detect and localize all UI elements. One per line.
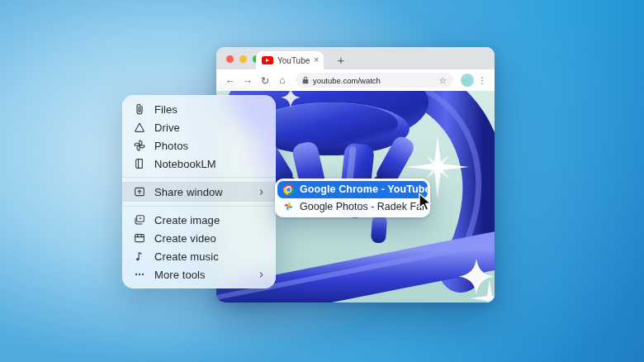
new-tab-button[interactable]: + <box>332 50 350 69</box>
create-music-icon <box>132 250 146 264</box>
browser-tab[interactable]: YouTube × <box>256 51 324 69</box>
reload-button[interactable]: ↻ <box>258 73 272 88</box>
menu-item-label: Photos <box>154 140 266 152</box>
notebooklm-icon <box>132 157 146 171</box>
menu-item-create-video[interactable]: Create video <box>122 229 276 247</box>
menu-item-label: NotebookLM <box>154 158 266 170</box>
close-window-button[interactable] <box>226 55 234 63</box>
chevron-right-icon <box>256 187 266 197</box>
bookmark-star-icon[interactable]: ☆ <box>439 75 447 85</box>
window-controls <box>226 55 260 63</box>
drive-icon <box>132 121 146 135</box>
menu-item-photos[interactable]: Photos <box>122 136 276 155</box>
share-window-icon <box>132 185 146 199</box>
google-photos-icon <box>283 201 294 212</box>
submenu-item-chrome[interactable]: Google Chrome - YouTube <box>277 181 428 198</box>
menu-item-share-window[interactable]: Share window <box>122 182 276 202</box>
menu-item-label: Create music <box>154 250 266 263</box>
menu-item-drive[interactable]: Drive <box>122 118 276 136</box>
menu-item-label: More tools <box>154 269 248 281</box>
submenu-item-photos[interactable]: Google Photos - Radek Far... <box>277 198 428 216</box>
photos-icon <box>132 139 146 153</box>
tab-strip: YouTube × + <box>216 47 495 69</box>
address-bar[interactable]: youtube.com/watch ☆ <box>296 73 453 88</box>
menu-item-notebooklm[interactable]: NotebookLM <box>122 155 276 173</box>
lock-icon <box>302 76 309 84</box>
submenu-item-label: Google Photos - Radek Far... <box>300 201 428 212</box>
paperclip-icon <box>132 102 146 117</box>
submenu-item-label: Google Chrome - YouTube <box>300 183 428 195</box>
menu-item-create-image[interactable]: Create image <box>122 211 276 229</box>
menu-separator <box>122 206 276 207</box>
menu-item-label: Files <box>154 103 266 116</box>
menu-item-files[interactable]: Files <box>122 100 276 118</box>
menu-item-create-music[interactable]: Create music <box>122 247 276 265</box>
browser-toolbar: ← → ↻ ⌂ youtube.com/watch ☆ ⋮ <box>216 69 495 91</box>
menu-item-label: Share window <box>154 186 248 198</box>
create-image-icon <box>132 213 146 227</box>
context-menu: Files Drive Photos NotebookLM Shar <box>122 95 276 288</box>
create-video-icon <box>132 231 146 245</box>
chevron-right-icon <box>256 269 266 279</box>
cursor-pointer <box>418 193 434 214</box>
minimize-window-button[interactable] <box>239 55 247 63</box>
desktop-background: YouTube × + ← → ↻ ⌂ youtube.com/watch ☆ … <box>0 0 644 362</box>
menu-item-label: Create image <box>154 214 266 226</box>
menu-separator <box>122 177 276 178</box>
profile-avatar[interactable] <box>461 74 474 87</box>
tab-close-icon[interactable]: × <box>314 56 319 64</box>
menu-item-label: Create video <box>154 232 266 245</box>
menu-item-label: Drive <box>154 121 266 134</box>
youtube-favicon-icon <box>262 56 273 64</box>
share-submenu: Google Chrome - YouTube Google Photos - … <box>275 179 430 217</box>
forward-button[interactable]: → <box>240 73 255 88</box>
menu-item-more-tools[interactable]: More tools <box>122 265 276 283</box>
browser-menu-icon[interactable]: ⋮ <box>476 75 488 86</box>
home-button[interactable]: ⌂ <box>275 73 290 88</box>
more-tools-icon <box>132 268 146 282</box>
tab-title: YouTube <box>277 56 310 65</box>
back-button[interactable]: ← <box>223 73 238 88</box>
chrome-icon <box>283 184 294 195</box>
url-text: youtube.com/watch <box>313 76 435 85</box>
